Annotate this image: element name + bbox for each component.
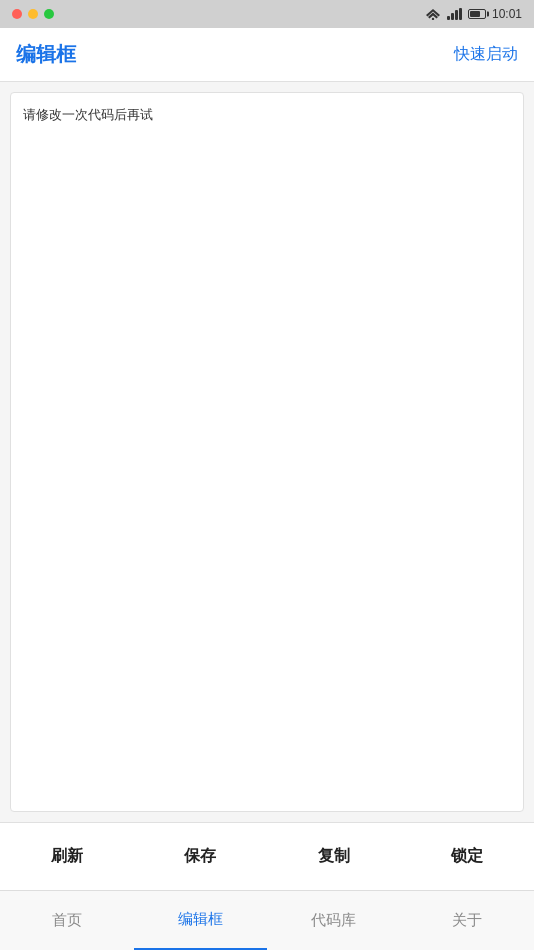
nav-codelib[interactable]: 代码库 xyxy=(267,891,401,950)
signal-icon xyxy=(425,8,441,20)
dot-red xyxy=(12,9,22,19)
status-bar-left xyxy=(12,9,54,19)
lock-button[interactable]: 锁定 xyxy=(431,838,503,875)
bottom-nav: 首页 编辑框 代码库 关于 xyxy=(0,890,534,950)
bars-icon xyxy=(447,8,462,20)
page-title: 编辑框 xyxy=(16,41,76,68)
editor-container[interactable]: 请修改一次代码后再试 xyxy=(10,92,524,812)
refresh-button[interactable]: 刷新 xyxy=(31,838,103,875)
header: 编辑框 快速启动 xyxy=(0,28,534,82)
nav-home[interactable]: 首页 xyxy=(0,891,134,950)
dot-yellow xyxy=(28,9,38,19)
quick-launch-button[interactable]: 快速启动 xyxy=(454,44,518,65)
status-bar: 10:01 xyxy=(0,0,534,28)
copy-button[interactable]: 复制 xyxy=(298,838,370,875)
dot-green xyxy=(44,9,54,19)
save-button[interactable]: 保存 xyxy=(164,838,236,875)
status-bar-right: 10:01 xyxy=(425,7,522,21)
battery-fill xyxy=(470,11,480,17)
nav-about[interactable]: 关于 xyxy=(401,891,535,950)
battery-icon xyxy=(468,9,486,19)
action-buttons-row: 刷新 保存 复制 锁定 xyxy=(0,822,534,890)
nav-editor[interactable]: 编辑框 xyxy=(134,891,268,950)
svg-point-2 xyxy=(432,18,434,20)
status-time: 10:01 xyxy=(492,7,522,21)
main-content: 请修改一次代码后再试 xyxy=(0,82,534,822)
editor-text: 请修改一次代码后再试 xyxy=(23,107,153,122)
